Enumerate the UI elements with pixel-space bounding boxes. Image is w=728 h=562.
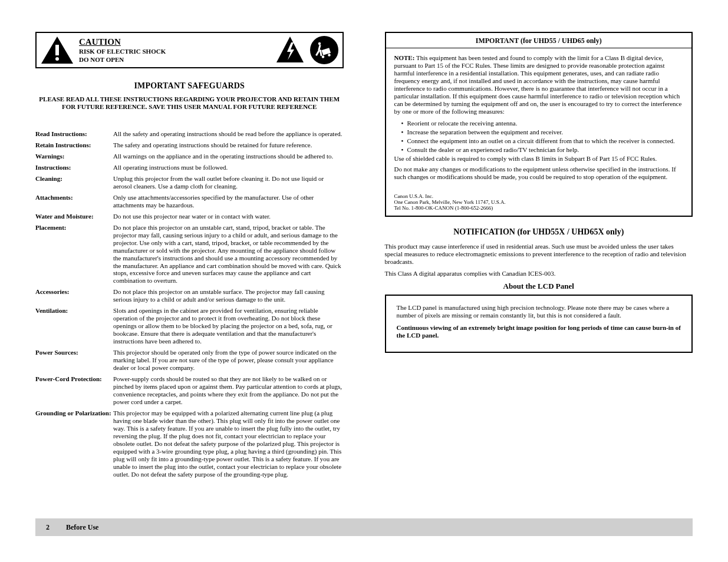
item-water-k: Water and Moisture: [35, 213, 113, 220]
fcc-bullets: Reorient or relocate the receiving anten… [394, 120, 684, 154]
item-placement-k: Placement: [35, 224, 113, 285]
lcd-panel-section: About the LCD Panel The LCD panel is man… [385, 282, 693, 353]
svg-point-9 [318, 42, 321, 45]
item-cleaning-k: Cleaning: [35, 175, 113, 190]
item-retain-k: Retain Instructions: [35, 141, 113, 149]
lcd-panel-body1: The LCD panel is manufactured using high… [397, 304, 681, 319]
fcc-bullet-4: Consult the dealer or an experienced rad… [401, 146, 684, 154]
lcd-panel-body2: Continuous viewing of an extremely brigh… [397, 324, 681, 339]
item-water-v: Do not use this projector near water or … [113, 213, 344, 220]
item-attachments-k: Attachments: [35, 194, 113, 209]
item-ventilation-k: Ventilation: [35, 307, 113, 345]
item-grounding-k: Grounding or Polarization: [35, 409, 113, 478]
fcc-body: NOTE: This equipment has been tested and… [386, 48, 692, 192]
item-cleaning-v: Unplug this projector from the wall outl… [113, 175, 344, 190]
item-ventilation-v: Slots and openings in the cabinet are pr… [113, 307, 344, 345]
item-warnings-k: Warnings: [35, 153, 113, 160]
item-read-v: All the safety and operating instruction… [113, 130, 344, 138]
item-instructions-k: Instructions: [35, 164, 113, 171]
svg-point-2 [55, 57, 59, 61]
fcc-footer: Canon U.S.A. Inc. One Canon Park, Melvil… [386, 192, 692, 216]
item-placement-v: Do not place this projector on an unstab… [113, 224, 344, 285]
fcc-bullet-1: Reorient or relocate the receiving anten… [401, 120, 684, 127]
item-attachments-v: Only use attachments/accessories specifi… [113, 194, 344, 209]
item-accessories-v: Do not place this projector on an unstab… [113, 288, 344, 303]
fcc-bullet-3: Connect the equipment into an outlet on … [401, 137, 684, 145]
class-a-notification: NOTIFICATION (for UHD55X / UHD65X only) … [385, 227, 693, 277]
fcc-changes: Do not make any changes or modifications… [394, 166, 684, 181]
item-instructions-v: All operating instructions must be follo… [113, 164, 344, 171]
fcc-bullet-2: Increase the separation between the equi… [401, 128, 684, 136]
fcc-title: IMPORTANT (for UHD55 / UHD65 only) [386, 33, 692, 48]
svg-rect-1 [55, 45, 59, 55]
caution-box: CAUTION RISK OF ELECTRIC SHOCK DO NOT OP… [35, 32, 344, 68]
lcd-panel-title: About the LCD Panel [385, 282, 693, 291]
item-warnings-v: All warnings on the appliance and in the… [113, 153, 344, 160]
footer-section: Before Use [66, 523, 98, 532]
fcc-shielded: Use of shielded cable is required to com… [394, 155, 684, 163]
warning-triangle-icon [40, 35, 74, 65]
class-a-title: NOTIFICATION (for UHD55X / UHD65X only) [385, 227, 693, 237]
item-accessories-k: Accessories: [35, 288, 113, 303]
read-all-instructions-heading: PLEASE READ ALL THESE INSTRUCTIONS REGAR… [35, 95, 344, 111]
svg-point-8 [328, 54, 331, 57]
item-power-sources-v: This projector should be operated only f… [113, 349, 344, 372]
page-number: 2 [46, 523, 50, 532]
item-retain-v: The safety and operating instructions sh… [113, 141, 344, 149]
item-read-k: Read Instructions: [35, 130, 113, 138]
lcd-panel-box: The LCD panel is manufactured using high… [385, 295, 693, 353]
item-power-cord-k: Power-Cord Protection: [35, 375, 113, 406]
caution-text: CAUTION RISK OF ELECTRIC SHOCK DO NOT OP… [79, 37, 271, 63]
shock-triangle-icon [275, 35, 305, 65]
item-grounding-v: This projector may be equipped with a po… [113, 409, 344, 478]
item-power-cord-v: Power-supply cords should be routed so t… [113, 375, 344, 406]
safeguards-list: Read Instructions:All the safety and ope… [35, 130, 344, 478]
page-footer: 2 Before Use [35, 518, 693, 536]
svg-point-7 [321, 55, 324, 58]
cart-tip-icon [309, 35, 339, 65]
fcc-notice-box: IMPORTANT (for UHD55 / UHD65 only) NOTE:… [385, 32, 693, 217]
important-safeguards-heading: IMPORTANT SAFEGUARDS [35, 81, 344, 91]
item-power-sources-k: Power Sources: [35, 349, 113, 372]
